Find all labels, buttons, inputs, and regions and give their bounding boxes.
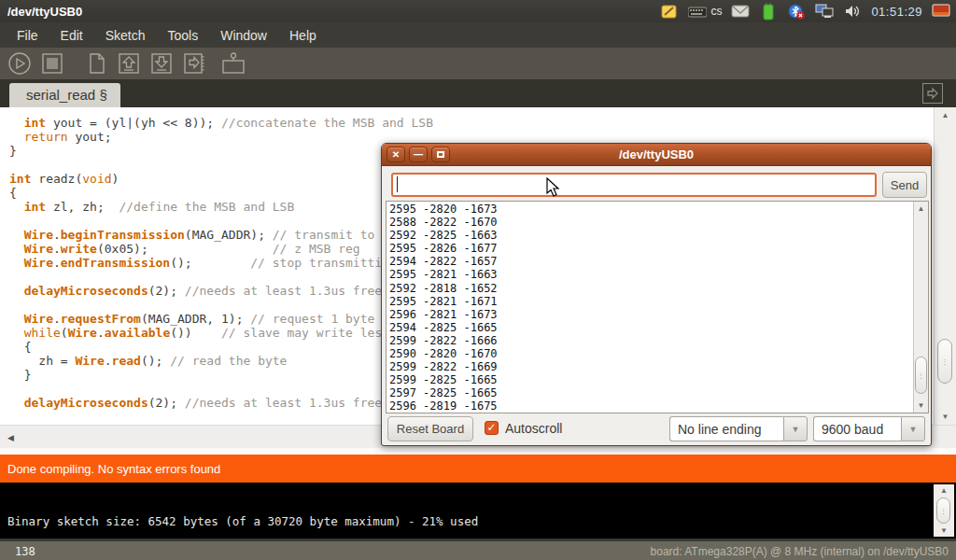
menu-bar: FileEditSketchToolsWindowHelp bbox=[0, 22, 956, 48]
session-icon[interactable] bbox=[932, 3, 950, 20]
new-sketch-button[interactable] bbox=[84, 51, 108, 76]
serial-line: 2599 -2822 -1669 bbox=[389, 360, 912, 373]
serial-vertical-scrollbar[interactable]: ▲ ⋮ ▼ bbox=[913, 202, 928, 413]
menu-item-tools[interactable]: Tools bbox=[159, 25, 208, 46]
desktop-panel: /dev/ttyUSB0 cs 0 bbox=[0, 0, 956, 22]
serial-monitor-button[interactable] bbox=[220, 51, 245, 76]
save-sketch-button[interactable] bbox=[149, 51, 174, 76]
console-output: Binary sketch size: 6542 bytes (of a 307… bbox=[0, 483, 956, 539]
autoscroll-label: Autoscroll bbox=[505, 421, 562, 436]
network-icon[interactable] bbox=[815, 3, 834, 20]
code-line: int yout = (yl|(yh << 8)); //concatenate… bbox=[9, 116, 934, 130]
serial-line: 2599 -2825 -1665 bbox=[389, 373, 912, 386]
scroll-up-icon[interactable]: ▲ bbox=[934, 486, 954, 495]
clock[interactable]: 01:51:29 bbox=[871, 5, 922, 19]
scroll-down-icon[interactable]: ▼ bbox=[914, 401, 928, 410]
serial-scrollbar-thumb[interactable]: ⋮ bbox=[915, 357, 927, 394]
serial-output-area: 2595 -2820 -16732588 -2822 -16702592 -28… bbox=[386, 201, 929, 413]
menu-item-help[interactable]: Help bbox=[280, 25, 326, 46]
panel-window-title: /dev/ttyUSB0 bbox=[0, 5, 82, 19]
scroll-left-icon[interactable]: ◀ bbox=[7, 433, 14, 442]
serial-line: 2595 -2820 -1673 bbox=[389, 203, 912, 216]
close-icon[interactable]: ✕ bbox=[387, 147, 405, 162]
editor-bottom-gap bbox=[0, 448, 956, 455]
serial-monitor-title: /dev/ttyUSB0 bbox=[382, 147, 931, 161]
serial-monitor-window: /dev/ttyUSB0 ✕ — Send 2595 -2820 -167325… bbox=[381, 143, 932, 446]
console-scrollbar-thumb[interactable]: ⋮ bbox=[936, 497, 950, 524]
volume-icon[interactable] bbox=[843, 3, 862, 20]
editor-vertical-scrollbar[interactable]: ▲ ⋮ ▼ bbox=[934, 107, 956, 425]
scroll-down-icon[interactable]: ▼ bbox=[935, 413, 956, 421]
autoscroll-checkbox[interactable]: ✓ bbox=[485, 421, 499, 435]
editor-scrollbar-thumb[interactable]: ⋮ bbox=[937, 339, 952, 384]
serial-line: 2597 -2825 -1665 bbox=[389, 386, 912, 399]
text-caret bbox=[397, 176, 398, 192]
serial-monitor-titlebar[interactable]: /dev/ttyUSB0 ✕ — bbox=[382, 144, 931, 166]
serial-line: 2595 -2826 -1677 bbox=[389, 242, 912, 255]
chevron-down-icon[interactable]: ▼ bbox=[783, 416, 808, 441]
console-vertical-scrollbar[interactable]: ▲ ⋮ ▼ bbox=[934, 484, 954, 537]
grip-dots: ⋮ bbox=[942, 360, 949, 363]
keyboard-layout-indicator[interactable]: cs bbox=[710, 5, 722, 18]
serial-line: 2594 -2822 -1657 bbox=[389, 255, 912, 268]
keyboard-icon[interactable] bbox=[688, 3, 707, 20]
serial-line: 2595 -2821 -1663 bbox=[389, 268, 912, 281]
mail-icon[interactable] bbox=[731, 3, 750, 20]
serial-output-lines: 2595 -2820 -16732588 -2822 -16702592 -28… bbox=[389, 203, 912, 413]
stop-button[interactable] bbox=[40, 51, 64, 76]
compile-status-bar: Done compiling. No syntax errors found bbox=[0, 455, 956, 483]
menu-item-window[interactable]: Window bbox=[211, 25, 276, 46]
grip-dots: ⋮ bbox=[940, 510, 947, 512]
serial-line: 2599 -2822 -1666 bbox=[389, 334, 912, 347]
upload-button[interactable] bbox=[182, 51, 206, 76]
baud-rate-dropdown[interactable]: 9600 baud ▼ bbox=[813, 416, 925, 441]
grip-dots: ⋮ bbox=[918, 374, 924, 377]
serial-input-field[interactable] bbox=[391, 173, 877, 197]
verify-button[interactable] bbox=[7, 51, 32, 76]
tab-menu-button[interactable] bbox=[922, 83, 943, 104]
battery-icon[interactable] bbox=[759, 3, 778, 20]
tab-serial-read[interactable]: serial_read § bbox=[9, 83, 120, 107]
serial-line: 2592 -2818 -1652 bbox=[389, 282, 912, 295]
screen: /dev/ttyUSB0 cs 0 bbox=[0, 0, 956, 560]
serial-line: 2594 -2825 -1665 bbox=[389, 321, 912, 334]
line-ending-dropdown[interactable]: No line ending ▼ bbox=[669, 416, 808, 441]
serial-line: 2595 -2821 -1671 bbox=[389, 295, 912, 308]
tab-bar: serial_read § bbox=[0, 79, 956, 107]
baud-rate-value: 9600 baud bbox=[813, 416, 901, 441]
scroll-up-icon[interactable]: ▲ bbox=[914, 204, 928, 213]
open-sketch-button[interactable] bbox=[117, 51, 141, 76]
menu-item-edit[interactable]: Edit bbox=[51, 25, 92, 46]
serial-line: 2592 -2825 -1663 bbox=[389, 229, 912, 242]
minimize-icon[interactable]: — bbox=[409, 147, 428, 162]
menu-item-sketch[interactable]: Sketch bbox=[96, 25, 155, 46]
menu-item-file[interactable]: File bbox=[7, 25, 48, 46]
scroll-up-icon[interactable]: ▲ bbox=[935, 111, 956, 119]
code-line: return yout; bbox=[9, 130, 934, 144]
window-controls: ✕ — bbox=[387, 147, 450, 162]
system-tray: cs 01:51:29 bbox=[660, 3, 956, 20]
serial-line: 2596 -2821 -1673 bbox=[389, 308, 912, 321]
ide-status-bar: 138 board: ATmega328P(A) @ 8 MHz (intern… bbox=[0, 539, 956, 560]
chevron-down-icon[interactable]: ▼ bbox=[901, 416, 925, 441]
send-button[interactable]: Send bbox=[882, 172, 927, 198]
ide-toolbar bbox=[0, 48, 956, 79]
mouse-cursor bbox=[546, 177, 561, 202]
line-number: 138 bbox=[15, 545, 35, 558]
scroll-down-icon[interactable]: ▼ bbox=[934, 526, 954, 535]
reset-board-button[interactable]: Reset Board bbox=[387, 416, 473, 441]
board-info: board: ATmega328P(A) @ 8 MHz (internal) … bbox=[651, 545, 949, 558]
notes-icon[interactable] bbox=[660, 3, 679, 20]
bluetooth-icon[interactable] bbox=[787, 3, 806, 20]
line-ending-value: No line ending bbox=[669, 416, 783, 441]
serial-line: 2588 -2822 -1670 bbox=[389, 216, 912, 229]
console-message: Binary sketch size: 6542 bytes (of a 307… bbox=[7, 514, 478, 528]
compile-status-message: Done compiling. No syntax errors found bbox=[7, 462, 220, 476]
serial-line: 2590 -2820 -1670 bbox=[389, 347, 912, 360]
serial-line: 2596 -2819 -1675 bbox=[389, 399, 912, 413]
maximize-icon[interactable] bbox=[431, 147, 450, 162]
